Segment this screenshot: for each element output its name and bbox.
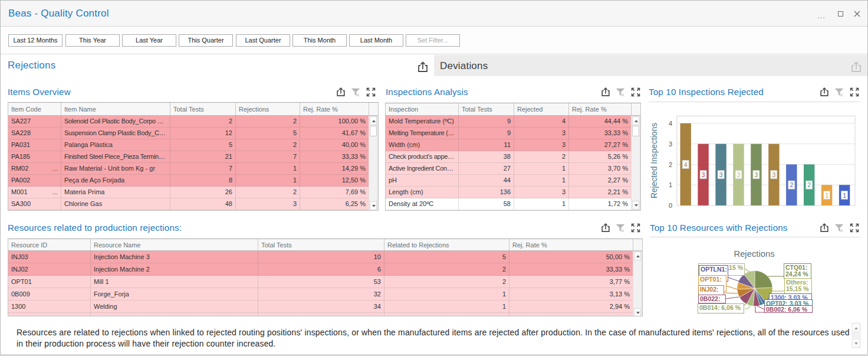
svg-text:0: 0	[669, 202, 672, 209]
svg-text:3: 3	[669, 141, 672, 148]
svg-text:2: 2	[807, 181, 811, 188]
svg-text:3: 3	[754, 171, 758, 178]
svg-text:Rejected Inspections: Rejected Inspections	[650, 123, 659, 198]
svg-text:1: 1	[843, 192, 846, 199]
svg-text:3: 3	[737, 171, 741, 178]
svg-text:3: 3	[719, 171, 723, 178]
svg-text:1: 1	[669, 181, 672, 188]
svg-text:4: 4	[684, 161, 688, 168]
svg-text:2: 2	[669, 161, 672, 168]
svg-text:1: 1	[825, 192, 828, 199]
svg-text:3: 3	[772, 171, 775, 178]
svg-text:Rejections: Rejections	[734, 249, 774, 259]
svg-text:3: 3	[702, 171, 705, 178]
svg-text:2: 2	[790, 181, 793, 188]
svg-text:4: 4	[669, 120, 672, 127]
